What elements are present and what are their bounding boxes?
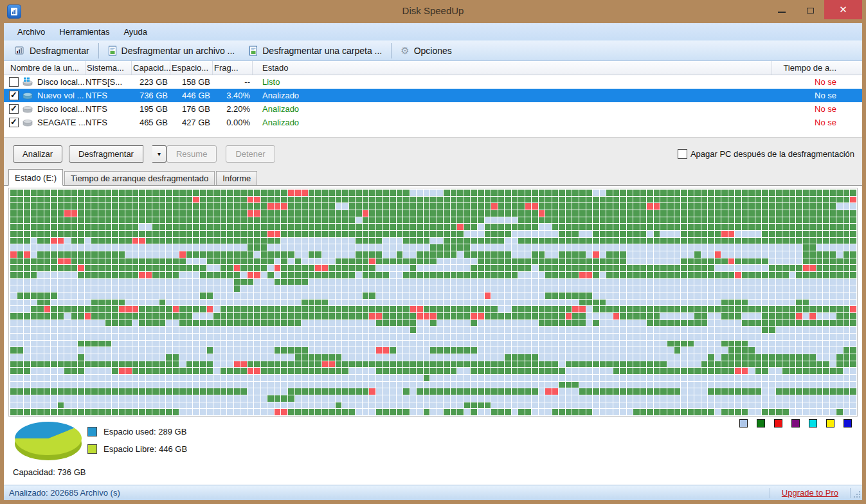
drive-filesystem: NTFS	[86, 104, 132, 114]
toolbar-button-label: Desfragmentar	[30, 46, 89, 56]
shutdown-after-defrag[interactable]: Apagar PC después de la desfragmentación	[678, 149, 854, 159]
toolbar-button-label: Desfragmentar un archivo ...	[122, 46, 235, 56]
blue-disk-icon	[22, 91, 33, 100]
analyze-button[interactable]: Analizar	[13, 145, 62, 163]
drive-checkbox[interactable]	[9, 118, 19, 127]
drive-capacity: 736 GB	[132, 91, 170, 100]
cluster-color-swatch	[843, 419, 852, 428]
menu-bar: Archivo Herramientas Ayuda	[4, 23, 862, 40]
defrag-split-button: Desfragmentar ▾	[69, 145, 167, 163]
statusbar-separator	[770, 488, 770, 498]
close-button[interactable]: ✕	[824, 0, 862, 19]
cluster-color-swatch	[809, 419, 817, 428]
defrag-dropdown-button[interactable]: ▾	[152, 145, 167, 163]
used-space-swatch	[87, 427, 97, 437]
tab-informe[interactable]: Informe	[216, 171, 257, 185]
drive-row[interactable]: SEAGATE ... NTFS 465 GB 427 GB 0.00% Ana…	[4, 116, 862, 129]
free-space-legend-item: Espacio Libre: 446 GB	[87, 444, 187, 454]
maximize-button[interactable]	[796, 0, 824, 19]
menu-ayuda[interactable]: Ayuda	[116, 24, 154, 39]
drive-fragmentation: 0.00%	[213, 118, 253, 127]
gray-disk-icon	[22, 104, 33, 114]
column-header-filesystem[interactable]: Sistema...	[86, 61, 132, 75]
app-chart-glyph	[10, 7, 19, 16]
status-text: Analizado: 202685 Archivo (s)	[9, 488, 120, 498]
disk-block-map	[10, 189, 856, 415]
shutdown-label: Apagar PC después de la desfragmentación	[690, 149, 854, 159]
drive-capacity: 195 GB	[132, 104, 170, 114]
drive-checkbox[interactable]	[9, 91, 19, 100]
app-icon[interactable]	[7, 4, 21, 19]
toolbar-separator	[391, 43, 392, 59]
drive-filesystem: NTFS[S...	[86, 77, 132, 87]
window-title: Disk SpeedUp	[0, 5, 866, 16]
toolbar-button-label: Opciones	[414, 46, 452, 56]
drive-row[interactable]: Nuevo vol ... NTFS 736 GB 446 GB 3.40% A…	[4, 89, 862, 102]
upgrade-to-pro-link[interactable]: Upgrade to Pro	[782, 488, 838, 498]
drive-free-space: 427 GB	[170, 118, 213, 127]
drive-free-space: 446 GB	[170, 91, 213, 100]
defrag-file-icon	[108, 46, 117, 56]
tab-strip: Estado (E:) Tiempo de arranque desfragme…	[4, 169, 862, 186]
system-disk-icon	[22, 77, 33, 87]
chevron-down-icon: ▾	[158, 150, 161, 158]
shutdown-checkbox[interactable]	[678, 149, 687, 159]
block-map-panel	[8, 188, 858, 417]
title-bar: Disk SpeedUp ✕	[0, 0, 866, 23]
drive-fragmentation: 3.40%	[213, 91, 253, 100]
defrag-folder-button[interactable]: Desfragmentar una carpeta ...	[242, 42, 389, 60]
cluster-type-legend	[739, 419, 852, 428]
column-header-name[interactable]: Nombre de la un...	[4, 61, 86, 75]
column-header-fragmentation[interactable]: Frag...	[213, 61, 253, 75]
tab-body: Espacio used: 289 GB Espacio Libre: 446 …	[4, 186, 862, 485]
resume-button[interactable]: Resume	[167, 145, 217, 163]
summary-area: Espacio used: 289 GB Espacio Libre: 446 …	[4, 417, 862, 485]
column-header-free-space[interactable]: Espacio...	[170, 61, 213, 75]
minimize-button[interactable]	[768, 0, 796, 19]
tab-estado[interactable]: Estado (E:)	[8, 169, 63, 186]
drive-filesystem: NTFS	[86, 91, 132, 100]
cluster-color-swatch	[774, 419, 782, 428]
cluster-color-swatch	[826, 419, 834, 428]
free-space-label: Espacio Libre: 446 GB	[104, 444, 187, 454]
space-legend: Espacio used: 289 GB Espacio Libre: 446 …	[87, 427, 187, 454]
cluster-color-swatch	[739, 419, 748, 428]
drive-filesystem: NTFS	[86, 118, 132, 127]
resize-grip-icon[interactable]	[851, 488, 861, 498]
drive-checkbox[interactable]	[9, 77, 19, 87]
drive-row[interactable]: Disco local... NTFS[S... 223 GB 158 GB -…	[4, 75, 862, 89]
column-header-status[interactable]: Estado	[253, 61, 772, 75]
tab-tiempo-arranque[interactable]: Tiempo de arranque desfragmentado	[64, 171, 215, 185]
drive-time: No se	[772, 118, 862, 127]
drive-checkbox[interactable]	[9, 104, 19, 114]
options-button[interactable]: ⚙ Opciones	[393, 42, 459, 60]
drive-status: Analizado	[253, 91, 772, 100]
column-header-capacity[interactable]: Capacid...	[132, 61, 170, 75]
defrag-toolbar-button[interactable]: Desfragmentar	[8, 42, 96, 60]
drive-capacity: 465 GB	[132, 118, 170, 127]
drive-time: No se	[772, 77, 862, 87]
drive-free-space: 176 GB	[170, 104, 213, 114]
defrag-button[interactable]: Desfragmentar	[69, 145, 143, 163]
drive-fragmentation: 2.20%	[213, 104, 253, 114]
drive-capacity: 223 GB	[132, 77, 170, 87]
defrag-folder-icon	[249, 46, 258, 56]
toolbar-button-label: Desfragmentar una carpeta ...	[262, 46, 382, 56]
menu-archivo[interactable]: Archivo	[10, 24, 52, 39]
table-spacer	[4, 129, 862, 137]
space-pie-chart	[13, 419, 84, 467]
free-space-swatch	[87, 444, 97, 454]
stop-button[interactable]: Detener	[226, 145, 275, 163]
drive-status: Listo	[253, 77, 772, 87]
defrag-file-button[interactable]: Desfragmentar un archivo ...	[101, 42, 242, 60]
drive-table: Nombre de la un... Sistema... Capacid...…	[4, 61, 862, 129]
drive-status: Analizado	[253, 118, 772, 127]
status-bar: Analizado: 202685 Archivo (s) Upgrade to…	[4, 485, 862, 500]
drive-name: SEAGATE ...	[37, 118, 86, 127]
column-header-time[interactable]: Tiempo de a...	[772, 61, 862, 75]
menu-herramientas[interactable]: Herramientas	[52, 24, 116, 39]
drive-row[interactable]: Disco local... NTFS 195 GB 176 GB 2.20% …	[4, 102, 862, 116]
drive-time: No se	[772, 91, 862, 100]
drive-fragmentation: --	[213, 77, 253, 87]
gear-icon: ⚙	[401, 45, 409, 57]
